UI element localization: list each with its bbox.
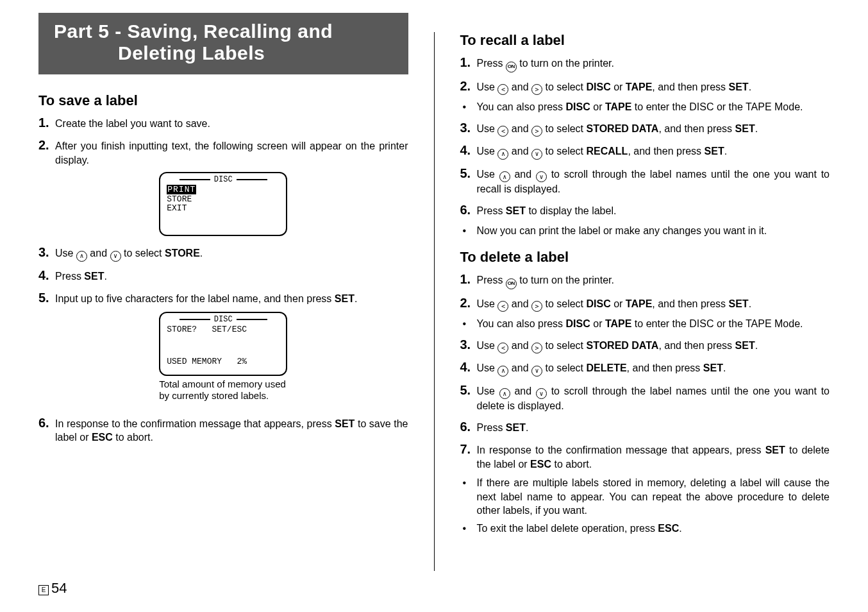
lcd-line: STORE: [167, 195, 280, 204]
delete-step-6: 6. Press SET.: [460, 418, 830, 436]
t: to select: [121, 248, 165, 259]
lcd-screen-2: DISC STORE? SET/ESC USED MEMORY 2%: [159, 312, 287, 376]
save-step-5: 5. Input up to five characters for the l…: [38, 289, 408, 307]
t: Use: [477, 146, 498, 157]
key-label: SET: [765, 445, 785, 455]
down-arrow-icon: ∨: [536, 171, 547, 182]
t: Use: [477, 362, 498, 373]
t: or: [611, 81, 626, 92]
title-line-2: Deleting Labels: [54, 42, 393, 64]
title-line-1: Part 5 - Saving, Recalling and: [54, 21, 333, 42]
t: and: [508, 362, 531, 373]
delete-bullet-3: • To exit the label delete operation, pr…: [460, 522, 830, 536]
lcd-line: USED MEMORY 2%: [167, 357, 280, 366]
right-arrow-icon: >: [531, 126, 542, 137]
step-text: After you finish inputting text, the fol…: [55, 139, 408, 167]
key-label: DISC: [566, 318, 590, 329]
right-arrow-icon: >: [531, 343, 542, 353]
key-label: DISC: [586, 81, 610, 92]
t: to select: [542, 298, 586, 309]
save-heading: To save a label: [38, 92, 408, 109]
delete-step-2: 2. Use < and > to select DISC or TAPE, a…: [460, 294, 830, 312]
recall-bullet-1: • You can also press DISC or TAPE to ent…: [460, 100, 830, 114]
right-arrow-icon: >: [531, 301, 542, 312]
down-arrow-icon: ∨: [531, 366, 542, 377]
t: , and then press: [658, 340, 735, 351]
key-label: TAPE: [605, 318, 631, 329]
t: and: [508, 340, 531, 351]
key-label: DELETE: [586, 362, 626, 373]
t: You can also press: [477, 101, 566, 112]
delete-step-3: 3. Use < and > to select STORED DATA, an…: [460, 336, 830, 354]
t: or: [590, 101, 605, 112]
t: to turn on the printer.: [517, 275, 614, 285]
up-arrow-icon: ∧: [499, 388, 510, 399]
right-column: To recall a label 1. Press ON to turn on…: [460, 26, 830, 571]
t: Use: [477, 123, 498, 134]
save-step-3: 3. Use ∧ and ∨ to select STORE.: [38, 244, 408, 262]
page-marker-icon: E: [38, 585, 49, 595]
t: You can also press: [477, 318, 566, 329]
t: Press: [55, 271, 84, 282]
t: and: [508, 298, 531, 309]
step-text: Create the label you want to save.: [55, 117, 408, 131]
lcd-1-wrap: DISC PRINT STORE EXIT: [38, 172, 408, 236]
t: to enter the DISC or the TAPE Mode.: [631, 101, 803, 112]
t: to select: [542, 81, 586, 92]
save-step-6: 6. In response to the confirmation messa…: [38, 414, 408, 445]
lcd-line: PRINT: [167, 185, 196, 194]
key-label: SET: [335, 293, 355, 304]
key-label: SET: [729, 81, 749, 92]
key-label: SET: [335, 418, 355, 429]
t: Use: [477, 298, 498, 309]
left-column: Part 5 - Saving, Recalling and Deleting …: [38, 26, 408, 571]
t: Now you can print the label or make any …: [477, 224, 830, 238]
delete-step-4: 4. Use ∧ and ∨ to select DELETE, and the…: [460, 359, 830, 377]
t: .: [679, 523, 681, 534]
recall-heading: To recall a label: [460, 32, 830, 49]
left-arrow-icon: <: [497, 301, 508, 312]
right-arrow-icon: >: [531, 84, 542, 95]
on-button-icon: ON: [506, 62, 517, 72]
t: to turn on the printer.: [517, 58, 614, 69]
t: or: [590, 318, 605, 329]
t: Press: [477, 58, 506, 69]
down-arrow-icon: ∨: [110, 251, 121, 262]
t: to select: [542, 123, 586, 134]
t: Press: [477, 275, 506, 285]
recall-bullet-2: • Now you can print the label or make an…: [460, 224, 830, 238]
recall-step-2: 2. Use < and > to select DISC or TAPE, a…: [460, 78, 830, 96]
t: If there are multiple labels stored in m…: [477, 476, 830, 518]
up-arrow-icon: ∧: [499, 171, 510, 182]
t: and: [510, 169, 536, 180]
save-step-4: 4. Press SET.: [38, 267, 408, 284]
t: and: [508, 146, 531, 157]
t: to enter the DISC or the TAPE Mode.: [631, 318, 803, 329]
t: Use: [477, 340, 498, 351]
page-number: E54: [38, 580, 67, 597]
key-label: ESC: [92, 432, 113, 443]
left-arrow-icon: <: [497, 84, 508, 95]
recall-step-6: 6. Press SET to display the label.: [460, 201, 830, 219]
t: and: [87, 248, 110, 259]
t: , and then press: [658, 123, 735, 134]
t: and: [508, 123, 531, 134]
page-number-value: 54: [51, 580, 67, 596]
key-label: RECALL: [586, 146, 628, 157]
key-label: SET: [84, 271, 104, 282]
t: Press: [477, 205, 506, 216]
t: Input up to five characters for the labe…: [55, 293, 335, 304]
down-arrow-icon: ∨: [531, 149, 542, 160]
key-label: SET: [729, 298, 749, 309]
t: , and then press: [652, 81, 728, 92]
lcd-header: DISC: [167, 316, 280, 324]
t: Use: [477, 169, 499, 180]
up-arrow-icon: ∧: [76, 251, 87, 262]
lcd-screen-1: DISC PRINT STORE EXIT: [159, 172, 287, 236]
save-step-1: 1. Create the label you want to save.: [38, 114, 408, 132]
on-button-icon: ON: [506, 278, 517, 289]
key-label: DISC: [586, 298, 610, 309]
key-label: STORE: [165, 248, 200, 259]
t: to abort.: [551, 459, 592, 470]
key-label: TAPE: [605, 101, 631, 112]
